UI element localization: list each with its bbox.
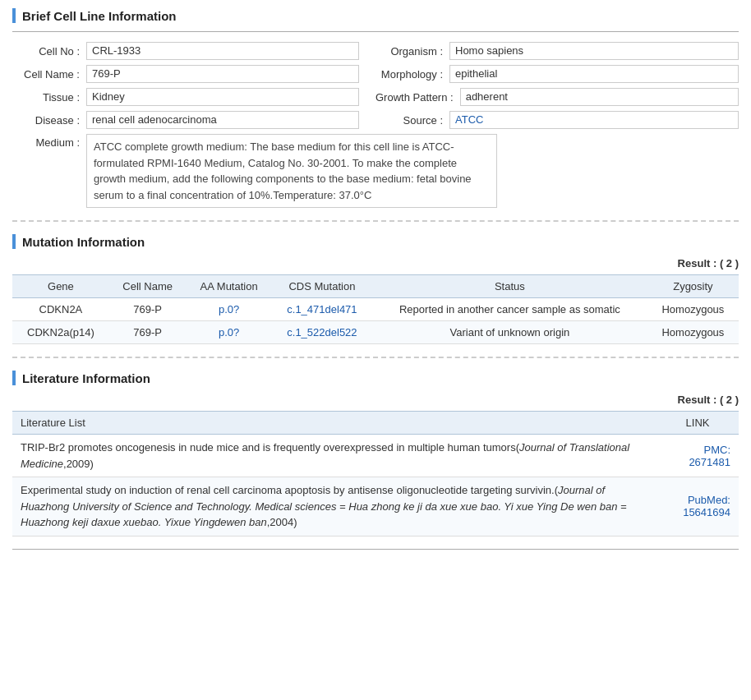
lit-content-1: TRIP-Br2 promotes oncogenesis in nude mi… [21, 441, 629, 470]
lit-content-2: Experimental study on induction of renal… [21, 484, 627, 528]
cell-no-label: Cell No : [12, 45, 86, 58]
medium-row: Medium : ATCC complete growth medium: Th… [12, 134, 739, 208]
literature-section: Literature Information Result : ( 2 ) Li… [12, 371, 739, 537]
tissue-label: Tissue : [12, 91, 86, 104]
cds-mutation-1[interactable]: c.1_471del471 [272, 298, 372, 321]
bottom-divider [12, 549, 739, 550]
morphology-value: epithelial [449, 65, 739, 83]
growth-pattern-row: Growth Pattern : adherent [376, 88, 739, 106]
organism-label: Organism : [376, 45, 449, 58]
mutation-section-title: Mutation Information [22, 235, 145, 249]
link-text-2[interactable]: PubMed: 15641694 [683, 494, 730, 518]
disease-value: renal cell adenocarcinoma [86, 111, 359, 129]
organism-value: Homo sapiens [449, 42, 739, 60]
list-item: TRIP-Br2 promotes oncogenesis in nude mi… [12, 435, 739, 477]
growth-pattern-value: adherent [460, 88, 739, 106]
tissue-value: Kidney [86, 88, 359, 106]
source-row: Source : ATCC [376, 111, 739, 129]
brief-right-col: Organism : Homo sapiens Morphology : epi… [376, 42, 739, 129]
disease-label: Disease : [12, 114, 86, 127]
aa-mutation-1[interactable]: p.0? [186, 298, 271, 321]
cell-name-label: Cell Name : [12, 68, 86, 81]
brief-section-header: Brief Cell Line Information [12, 8, 739, 23]
literature-section-title: Literature Information [22, 371, 150, 385]
literature-section-header: Literature Information [12, 371, 739, 385]
list-item: Experimental study on induction of renal… [12, 477, 739, 537]
organism-row: Organism : Homo sapiens [376, 42, 739, 60]
medium-label: Medium : [12, 134, 86, 149]
mutation-header-row: Gene Cell Name AA Mutation CDS Mutation … [12, 275, 739, 298]
lit-text-1: TRIP-Br2 promotes oncogenesis in nude mi… [12, 435, 657, 477]
mutation-table-body: CDKN2A 769-P p.0? c.1_471del471 Reported… [12, 298, 739, 344]
lit-link-1[interactable]: PMC: 2671481 [657, 435, 739, 477]
section-separator-2 [12, 357, 739, 358]
journal-1: Journal of Translational Medicine [21, 441, 629, 470]
col-cell-name: Cell Name [109, 275, 187, 298]
disease-row: Disease : renal cell adenocarcinoma [12, 111, 359, 129]
medium-value: ATCC complete growth medium: The base me… [86, 134, 497, 208]
section-bar [12, 8, 16, 23]
col-literature-list: Literature List [12, 412, 657, 435]
col-link: LINK [657, 412, 739, 435]
cell-name-2: 769-P [109, 321, 187, 344]
status-2: Variant of unknown origin [372, 321, 647, 344]
cell-name-value: 769-P [86, 65, 359, 83]
cell-name-1: 769-P [109, 298, 187, 321]
table-row: CDKN2a(p14) 769-P p.0? c.1_522del522 Var… [12, 321, 739, 344]
brief-info-grid: Cell No : CRL-1933 Cell Name : 769-P Tis… [12, 42, 739, 129]
literature-header-row: Literature List LINK [12, 412, 739, 435]
cell-name-row: Cell Name : 769-P [12, 65, 359, 83]
growth-pattern-label: Growth Pattern : [376, 91, 460, 104]
mutation-section: Mutation Information Result : ( 2 ) Gene… [12, 234, 739, 344]
literature-bar [12, 371, 16, 385]
literature-table-head: Literature List LINK [12, 412, 739, 435]
gene-1: CDKN2A [12, 298, 109, 321]
brief-section-title: Brief Cell Line Information [22, 9, 177, 23]
col-gene: Gene [12, 275, 109, 298]
morphology-row: Morphology : epithelial [376, 65, 739, 83]
mutation-table-head: Gene Cell Name AA Mutation CDS Mutation … [12, 275, 739, 298]
cell-no-value: CRL-1933 [86, 42, 359, 60]
cds-mutation-2[interactable]: c.1_522del522 [272, 321, 372, 344]
table-row: CDKN2A 769-P p.0? c.1_471del471 Reported… [12, 298, 739, 321]
tissue-row: Tissue : Kidney [12, 88, 359, 106]
journal-2: Journal of Huazhong University of Scienc… [21, 484, 627, 528]
section-separator-1 [12, 220, 739, 222]
lit-text-2: Experimental study on induction of renal… [12, 477, 657, 537]
cell-no-row: Cell No : CRL-1933 [12, 42, 359, 60]
source-label: Source : [376, 114, 449, 127]
mutation-bar [12, 234, 16, 249]
morphology-label: Morphology : [376, 68, 449, 81]
brief-left-col: Cell No : CRL-1933 Cell Name : 769-P Tis… [12, 42, 376, 129]
section-divider [12, 31, 739, 32]
aa-mutation-2[interactable]: p.0? [186, 321, 271, 344]
col-status: Status [372, 275, 647, 298]
col-aa-mutation: AA Mutation [186, 275, 271, 298]
zygosity-1: Homozygous [647, 298, 739, 321]
col-cds-mutation: CDS Mutation [272, 275, 372, 298]
zygosity-2: Homozygous [647, 321, 739, 344]
status-1: Reported in another cancer sample as som… [372, 298, 647, 321]
literature-table-body: TRIP-Br2 promotes oncogenesis in nude mi… [12, 435, 739, 537]
link-text-1[interactable]: PMC: 2671481 [689, 444, 730, 468]
literature-result: Result : ( 2 ) [12, 394, 739, 406]
source-value[interactable]: ATCC [449, 111, 739, 129]
mutation-section-header: Mutation Information [12, 234, 739, 249]
literature-table: Literature List LINK TRIP-Br2 promotes o… [12, 411, 739, 537]
gene-2: CDKN2a(p14) [12, 321, 109, 344]
mutation-table: Gene Cell Name AA Mutation CDS Mutation … [12, 274, 739, 344]
mutation-result: Result : ( 2 ) [12, 257, 739, 269]
col-zygosity: Zygosity [647, 275, 739, 298]
brief-cell-line-section: Brief Cell Line Information Cell No : CR… [12, 8, 739, 208]
lit-link-2[interactable]: PubMed: 15641694 [657, 477, 739, 537]
